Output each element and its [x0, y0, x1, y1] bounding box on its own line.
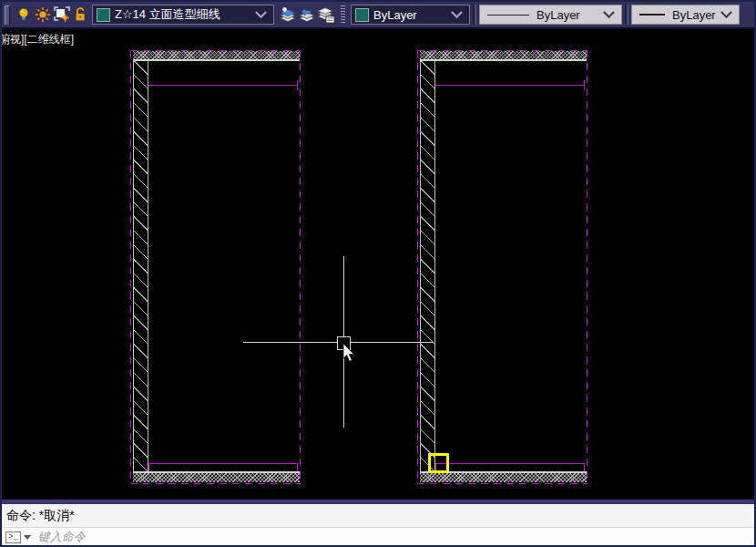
- color-dropdown-value: ByLayer: [373, 8, 417, 22]
- make-object-layer-current-button[interactable]: [278, 5, 297, 25]
- hatched-wall-strip: [420, 61, 435, 471]
- viewport-freeze-button[interactable]: [52, 5, 71, 25]
- linetype-sample-line: [487, 15, 529, 15]
- chevron-down-icon: [451, 6, 463, 18]
- dashed-boundary-bottom: [130, 483, 301, 484]
- dashed-boundary-right: [587, 50, 587, 484]
- magenta-tick: [297, 80, 298, 90]
- toolbar-grip-handle[interactable]: [341, 5, 345, 24]
- dashed-boundary-left: [130, 50, 131, 484]
- toolbar-grip-handle[interactable]: [5, 5, 10, 25]
- layer-previous-button[interactable]: [297, 5, 316, 25]
- layer-on-off-button[interactable]: [14, 5, 33, 25]
- linetype-dropdown[interactable]: ByLayer: [479, 5, 622, 25]
- toolbar-separator: [625, 5, 628, 25]
- unlocked-padlock-icon: [74, 7, 88, 22]
- layer-dropdown-value: Z☆14 立面造型细线: [115, 6, 220, 23]
- drawing-canvas[interactable]: 俯视][二维线框]: [2, 29, 754, 499]
- viewport-freeze-icon: [53, 5, 71, 24]
- layer-properties-button[interactable]: [316, 5, 335, 25]
- dashed-boundary-left: [417, 50, 418, 484]
- lineweight-dropdown-value: ByLayer: [672, 8, 716, 22]
- lineweight-dropdown[interactable]: ByLayer: [631, 5, 740, 25]
- chevron-down-icon: [603, 6, 615, 18]
- layer-properties-icon: [316, 6, 335, 24]
- wall-section-right: [417, 50, 587, 484]
- lineweight-sample-line: [639, 14, 665, 15]
- viewport-controls-label[interactable]: 俯视][二维线框]: [2, 32, 74, 47]
- command-input-placeholder[interactable]: 键入命令: [38, 529, 86, 545]
- command-prompt-icon[interactable]: >_: [5, 532, 21, 543]
- selection-highlight-box: [428, 453, 449, 473]
- layer-lock-unlock-button[interactable]: [71, 5, 90, 25]
- hatched-slab-bottom: [420, 473, 587, 482]
- hatched-slab-top: [133, 51, 300, 59]
- bulb-icon: [16, 7, 31, 22]
- recent-commands-dropdown-icon[interactable]: [24, 535, 31, 540]
- hatched-slab-bottom: [133, 473, 300, 482]
- magenta-line-lower: [435, 463, 585, 464]
- layer-color-swatch: [97, 8, 110, 22]
- slab-edge-line-top: [420, 59, 587, 61]
- sun-icon: [35, 6, 51, 23]
- make-object-layer-current-icon: [279, 6, 297, 24]
- magenta-line-upper: [148, 85, 298, 86]
- color-dropdown[interactable]: ByLayer: [351, 5, 470, 25]
- toolbar-separator: [473, 5, 476, 25]
- magenta-line-upper: [435, 85, 585, 86]
- chevron-down-icon: [720, 6, 732, 18]
- layer-toolbar: Z☆14 立面造型细线: [2, 2, 754, 29]
- chevron-down-icon: [255, 6, 267, 18]
- command-input-row[interactable]: >_ 键入命令: [2, 527, 754, 546]
- slab-edge-line-top: [133, 59, 300, 61]
- magenta-line-lower: [148, 463, 298, 464]
- cad-application-window: Z☆14 立面造型细线: [0, 0, 756, 547]
- layer-freeze-thaw-button[interactable]: [33, 5, 52, 25]
- linetype-dropdown-value: ByLayer: [536, 8, 580, 22]
- hatched-wall-strip: [133, 61, 148, 471]
- command-history-line: 命令: *取消*: [2, 504, 754, 527]
- current-color-swatch: [355, 8, 369, 22]
- layer-dropdown[interactable]: Z☆14 立面造型细线: [92, 5, 274, 25]
- magenta-tick: [584, 80, 585, 90]
- hatched-slab-top: [420, 51, 587, 59]
- mouse-arrow-cursor: [342, 343, 356, 363]
- dashed-boundary-bottom: [417, 483, 587, 484]
- wall-section-left: [130, 50, 301, 484]
- layer-previous-icon: [298, 6, 316, 24]
- dashed-boundary-right: [300, 50, 301, 484]
